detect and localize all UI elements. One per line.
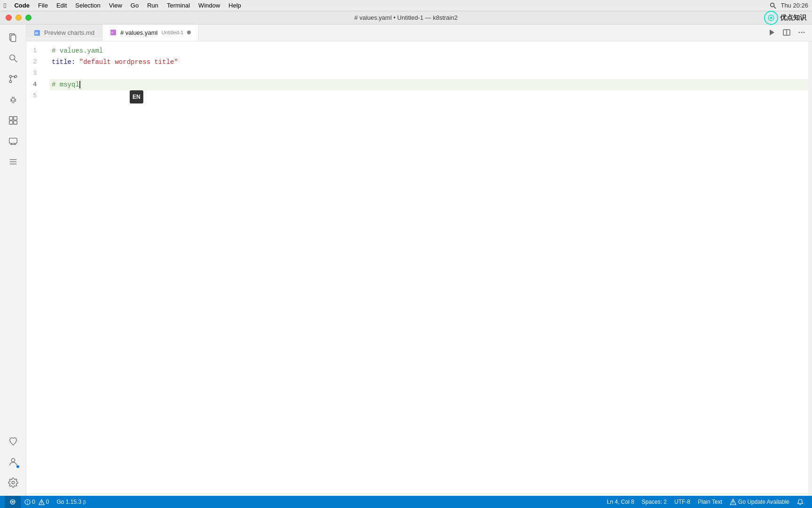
menu-help[interactable]: Help [224, 0, 245, 11]
svg-line-1 [774, 7, 776, 8]
menu-go[interactable]: Go [126, 0, 143, 11]
tab-values-yaml-sublabel: Untitled-1 [161, 30, 183, 35]
svg-point-0 [771, 3, 774, 7]
tab-values-yaml-label: # values.yaml [120, 29, 157, 36]
activity-icon-source-control[interactable] [4, 70, 23, 88]
bell-icon [797, 499, 804, 505]
tab-preview-charts-label: Preview charts.md [44, 29, 94, 36]
status-encoding[interactable]: UTF-8 [671, 499, 694, 505]
svg-line-7 [14, 60, 17, 63]
menu-file[interactable]: File [34, 0, 52, 11]
scrollbar[interactable] [808, 41, 812, 496]
en-tooltip: EN [130, 90, 143, 103]
split-editor-button[interactable] [780, 26, 793, 39]
apple-icon[interactable]:  [4, 1, 6, 9]
menu-view[interactable]: View [105, 0, 126, 11]
line-2-key: title: [52, 56, 79, 68]
code-line-2: title: "default wordpress title" [50, 56, 808, 68]
activity-icon-account[interactable] [4, 452, 23, 471]
activity-icon-favorite[interactable] [4, 432, 23, 451]
tab-bar: M Preview charts.md Y # values.yaml Unti… [26, 24, 812, 41]
status-go-update[interactable]: Go Update Available [726, 499, 793, 505]
window-title: # values.yaml • Untitled-1 — k8strain2 [354, 14, 458, 21]
tab-preview-charts[interactable]: M Preview charts.md [26, 24, 102, 41]
spaces-text: Spaces: 2 [642, 499, 667, 505]
svg-marker-28 [770, 30, 774, 35]
svg-point-3 [770, 16, 773, 19]
status-errors-warnings[interactable]: 0 0 [21, 496, 53, 508]
line-2-value: "default wordpress title" [79, 56, 178, 68]
menu-edit[interactable]: Edit [52, 0, 71, 11]
tab-actions [761, 26, 812, 41]
editor-area: M Preview charts.md Y # values.yaml Unti… [26, 24, 812, 496]
menu-run[interactable]: Run [143, 0, 163, 11]
minimize-button[interactable] [16, 15, 22, 21]
go-beta-icon: β [83, 500, 86, 505]
search-macos-icon[interactable] [769, 2, 777, 9]
svg-point-32 [801, 32, 803, 33]
update-text: Go Update Available [738, 499, 789, 505]
tab-modified-indicator [187, 31, 191, 34]
error-icon [24, 499, 31, 505]
menu-window[interactable]: Window [194, 0, 224, 11]
status-go-version[interactable]: Go 1.15.3 β [53, 496, 89, 508]
svg-rect-14 [13, 121, 16, 124]
activity-bar-bottom [4, 432, 23, 492]
status-remote[interactable] [5, 496, 21, 508]
activity-icon-settings[interactable] [4, 473, 23, 492]
svg-rect-11 [9, 117, 12, 120]
svg-point-42 [733, 503, 734, 504]
title-bar: # values.yaml • Untitled-1 — k8strain2 优… [0, 11, 812, 24]
status-spaces[interactable]: Spaces: 2 [638, 499, 671, 505]
svg-rect-12 [13, 117, 16, 120]
go-version-text: Go 1.15.3 [56, 499, 81, 505]
code-editor[interactable]: 1 2 3 4 5 # values.yaml title: "default … [26, 41, 812, 496]
code-line-5 [50, 90, 808, 102]
activity-icon-remote[interactable] [4, 132, 23, 151]
line-number-4: 4 [26, 79, 42, 90]
activity-bar [0, 24, 26, 496]
line-numbers: 1 2 3 4 5 [26, 41, 50, 496]
activity-icon-search[interactable] [4, 49, 23, 68]
macos-clock: Thu 20:26 [781, 2, 808, 9]
activity-icon-extensions[interactable] [4, 111, 23, 130]
status-notifications[interactable] [793, 499, 807, 505]
tab-values-yaml[interactable]: Y # values.yaml Untitled-1 [102, 24, 199, 41]
macos-menu-right: Thu 20:26 [769, 2, 808, 9]
svg-point-23 [12, 481, 15, 484]
line-1-content: # values.yaml [52, 45, 103, 56]
traffic-lights [6, 15, 31, 21]
svg-text:Y: Y [111, 32, 113, 34]
language-text: Plain Text [698, 499, 722, 505]
warning-triangle-icon [730, 499, 736, 505]
tab-md-icon: M [34, 30, 40, 36]
activity-icon-debug[interactable] [4, 90, 23, 109]
account-badge [16, 465, 20, 468]
svg-point-39 [41, 503, 42, 504]
menu-selection[interactable]: Selection [71, 0, 104, 11]
menu-code[interactable]: Code [10, 0, 34, 11]
menu-terminal[interactable]: Terminal [163, 0, 194, 11]
code-line-3 [50, 68, 808, 79]
line-4-content: # msyql [52, 79, 79, 90]
youdianzhi-circle[interactable] [764, 11, 778, 25]
error-count: 0 [32, 499, 35, 505]
line-number-2: 2 [26, 56, 42, 68]
close-button[interactable] [6, 15, 12, 21]
macos-menu-bar:  Code File Edit Selection View Go Run T… [0, 0, 812, 11]
svg-point-31 [799, 32, 800, 33]
more-actions-button[interactable] [795, 26, 808, 39]
maximize-button[interactable] [25, 15, 31, 21]
warning-count: 0 [46, 499, 49, 505]
activity-icon-list[interactable] [4, 152, 23, 171]
activity-icon-explorer[interactable] [4, 28, 23, 47]
tab-yaml-icon: Y [110, 29, 117, 36]
status-language[interactable]: Plain Text [694, 499, 726, 505]
status-line-col[interactable]: Ln 4, Col 8 [603, 499, 638, 505]
title-bar-right: 优点知识 [764, 11, 806, 25]
code-lines: # values.yaml title: "default wordpress … [50, 41, 808, 496]
code-line-1: # values.yaml [50, 45, 808, 56]
status-bar: 0 0 Go 1.15.3 β Ln 4, Col 8 Spaces: 2 UT… [0, 496, 812, 508]
code-line-4: # msyql EN [50, 79, 808, 90]
run-button[interactable] [765, 26, 778, 39]
